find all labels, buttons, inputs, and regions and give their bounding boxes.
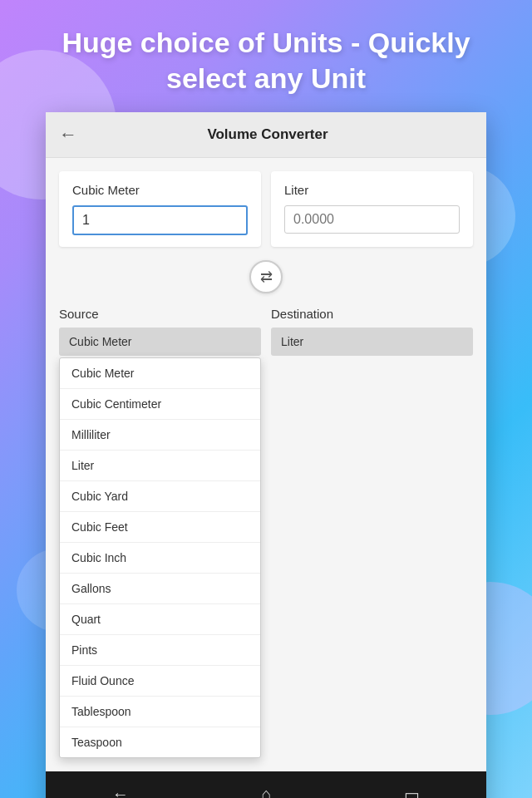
app-title: Volume Converter (87, 126, 473, 143)
nav-home-icon[interactable]: ⌂ (261, 785, 271, 798)
dest-selector-button[interactable]: Liter (271, 328, 473, 356)
source-selector-col: Source Cubic Meter Cubic MeterCubic Cent… (59, 307, 261, 758)
bottom-nav: ← ⌂ ▭ (46, 771, 486, 798)
back-button[interactable]: ← (59, 124, 77, 145)
dest-selector-col: Destination Liter (271, 307, 473, 758)
dropdown-item[interactable]: Pints (60, 635, 260, 666)
source-selector-button[interactable]: Cubic Meter (59, 328, 261, 356)
app-frame: ← Volume Converter Cubic Meter Liter ⇄ S… (46, 112, 486, 798)
dropdown-item[interactable]: Cubic Meter (60, 358, 260, 389)
source-unit-label: Cubic Meter (72, 183, 248, 197)
dest-unit-label: Liter (284, 183, 460, 197)
source-dropdown: Cubic MeterCubic CentimeterMilliliterLit… (59, 357, 261, 758)
dropdown-item[interactable]: Liter (60, 451, 260, 481)
swap-area: ⇄ (59, 260, 473, 293)
dropdown-item[interactable]: Quart (60, 604, 260, 635)
dropdown-item[interactable]: Milliliter (60, 420, 260, 451)
dropdown-item[interactable]: Fluid Ounce (60, 666, 260, 697)
dropdown-item[interactable]: Teaspoon (60, 727, 260, 757)
dropdown-item[interactable]: Tablespoon (60, 697, 260, 727)
dropdown-item[interactable]: Cubic Yard (60, 481, 260, 512)
page-header: Huge choice of Units - Quickly select an… (0, 0, 532, 112)
dest-label: Destination (271, 307, 473, 321)
dropdown-item[interactable]: Cubic Feet (60, 512, 260, 543)
dropdown-item[interactable]: Gallons (60, 574, 260, 604)
nav-recents-icon[interactable]: ▭ (404, 785, 420, 799)
source-input[interactable] (72, 205, 248, 235)
source-card: Cubic Meter (59, 171, 261, 247)
dest-input[interactable] (284, 205, 460, 234)
app-topbar: ← Volume Converter (46, 112, 486, 158)
dropdown-item[interactable]: Cubic Centimeter (60, 389, 260, 420)
swap-button[interactable]: ⇄ (249, 260, 283, 293)
dest-card: Liter (271, 171, 473, 247)
app-content: Cubic Meter Liter ⇄ Source Cubic Meter C… (46, 158, 486, 771)
nav-back-icon[interactable]: ← (112, 785, 129, 798)
dropdown-item[interactable]: Cubic Inch (60, 543, 260, 574)
source-label: Source (59, 307, 261, 321)
input-cards-row: Cubic Meter Liter (59, 171, 473, 247)
selectors-row: Source Cubic Meter Cubic MeterCubic Cent… (59, 307, 473, 758)
